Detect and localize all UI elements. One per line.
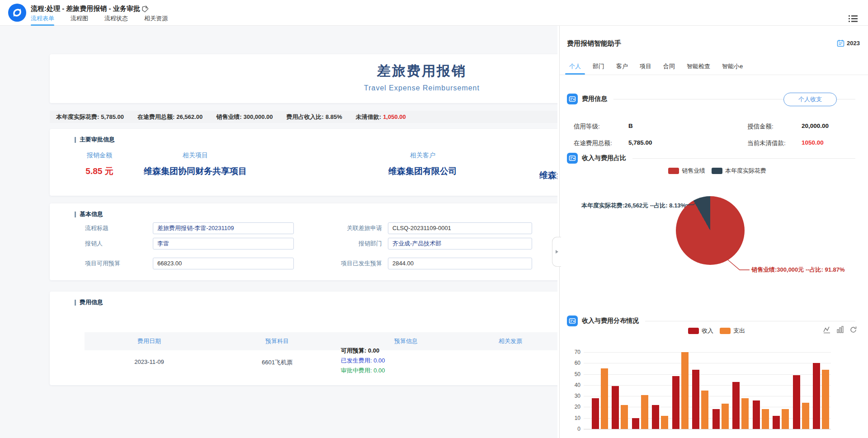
stats-bar: 本年度实际花费:5,785.00在途费用总额:26,562.00销售业绩:300… xyxy=(50,111,557,123)
stat-value: 1,050.00 xyxy=(383,113,406,120)
y-axis-tick: 0 xyxy=(567,426,580,432)
approval-item-2: 相关项目维森集团协同财务共享项目 xyxy=(144,151,247,177)
card-badge-icon xyxy=(567,316,578,326)
legend-label: 支出 xyxy=(733,327,745,335)
refresh-icon[interactable] xyxy=(849,326,857,334)
approval-label: 相关项目 xyxy=(144,151,247,160)
expense-table-header: 费用日期预算科目预算信息相关发票 xyxy=(85,332,557,350)
bar-收入-9 xyxy=(753,400,760,429)
field-input-项目已发生预算[interactable]: 2844.00 xyxy=(388,258,532,269)
header-tab-1[interactable]: 流程表单 xyxy=(31,14,54,26)
assistant-tab-3[interactable]: 客户 xyxy=(610,59,634,75)
approval-item-1: 报销金额5.85 元 xyxy=(85,151,113,177)
field-label: 项目已发生预算 xyxy=(314,258,382,269)
bar-支出-6 xyxy=(701,391,708,429)
pie-annotation-sales: 销售业绩:300,000元 --占比: 91.87% xyxy=(751,266,845,274)
field-label: 报销人 xyxy=(85,238,103,250)
legend-swatch-销售业绩[interactable] xyxy=(668,168,679,174)
assistant-tab-4[interactable]: 项目 xyxy=(634,59,657,75)
section-title-approval: 主要审批信息 xyxy=(75,136,115,144)
stat-item-2: 在途费用总额:26,562.00 xyxy=(137,113,203,121)
chart-toolbox xyxy=(823,326,857,334)
budget-info-line-1: 可用预算: 0.00 xyxy=(341,347,379,355)
stat-item-4: 费用占收入比:8.85% xyxy=(287,113,342,121)
field-label: 项目可用预算 xyxy=(85,258,120,269)
bar-支出-7 xyxy=(722,404,729,429)
line-chart-icon[interactable] xyxy=(823,326,831,334)
grid-line xyxy=(584,374,831,375)
bar-chart-icon[interactable] xyxy=(836,326,844,334)
grid-line xyxy=(584,352,831,353)
bar-支出-10 xyxy=(782,409,789,429)
table-header-费用日期: 费用日期 xyxy=(137,332,161,350)
field-input-报销人[interactable]: 李雷 xyxy=(153,238,294,250)
panel-collapse-handle[interactable] xyxy=(552,237,561,267)
legend-swatch-本年度实际花费[interactable] xyxy=(712,168,722,174)
legend-label: 收入 xyxy=(702,327,713,335)
legend-swatch-支出[interactable] xyxy=(720,328,731,334)
top-bar: 流程:处理 - 差旅费用报销 - 业务审批 流程表单流程图流程状态相关资源 xyxy=(0,0,868,26)
field-label: 流程标题 xyxy=(85,222,108,234)
header-tab-4[interactable]: 相关资源 xyxy=(144,14,168,26)
legend-label: 本年度实际花费 xyxy=(725,167,766,175)
legend-swatch-收入[interactable] xyxy=(688,328,699,334)
panel-kv-value: B xyxy=(628,122,633,129)
bar-收入-10 xyxy=(773,416,780,429)
bar-收入-12 xyxy=(813,363,820,429)
approval-value: 5.85 元 xyxy=(85,165,113,177)
tag-icon[interactable] xyxy=(141,5,149,15)
field-label: 报销部门 xyxy=(314,238,382,250)
approval-value[interactable]: 维森集团有限公司 xyxy=(388,165,457,177)
approval-label: 相关客户 xyxy=(388,151,457,160)
y-axis-tick: 50 xyxy=(567,371,580,377)
panel-section-title: 收入与费用分布情况 xyxy=(582,317,639,325)
approval-clipped-value: 维森集 xyxy=(539,170,557,181)
assistant-tab-2[interactable]: 部门 xyxy=(587,59,610,75)
grid-line xyxy=(584,363,831,363)
personal-balance-button[interactable]: 个人收支 xyxy=(783,93,837,106)
field-input-流程标题[interactable]: 差旅费用报销-李雷-20231109 xyxy=(153,222,294,234)
header-tab-3[interactable]: 流程状态 xyxy=(104,14,128,26)
assistant-tab-1[interactable]: 个人 xyxy=(563,59,587,75)
bar-收入-4 xyxy=(652,405,659,429)
header-tab-2[interactable]: 流程图 xyxy=(71,14,88,26)
field-input-报销部门[interactable]: 齐业成-产品技术部 xyxy=(388,238,532,250)
stat-value: 8.85% xyxy=(326,113,342,120)
chevron-right-icon xyxy=(556,250,558,254)
bar-收入-11 xyxy=(793,375,800,429)
bar-收入-8 xyxy=(732,382,740,429)
approval-info-card: 主要审批信息 报销金额5.85 元相关项目维森集团协同财务共享项目相关客户维森集… xyxy=(50,129,557,196)
year-selector[interactable]: 2023 xyxy=(837,39,860,47)
field-input-关联差旅申请[interactable]: CLSQ-20231109-0001 xyxy=(388,222,532,234)
approval-item-3: 相关客户维森集团有限公司 xyxy=(388,151,457,177)
bar-收入-1 xyxy=(592,398,599,429)
panel-kv-label: 信用等级: xyxy=(574,122,600,131)
y-axis-tick: 30 xyxy=(567,393,580,399)
bar-legend: 收入支出 xyxy=(596,327,831,335)
stat-item-3: 销售业绩:300,000.00 xyxy=(216,113,273,121)
table-header-预算科目: 预算科目 xyxy=(265,332,289,350)
y-axis-tick: 60 xyxy=(567,360,580,366)
bar-收入-2 xyxy=(612,386,619,429)
stat-label: 费用占收入比: xyxy=(287,113,324,120)
assistant-tab-7[interactable]: 智能小e xyxy=(716,59,749,75)
field-input-项目可用预算[interactable]: 66823.00 xyxy=(153,258,294,269)
approval-value[interactable]: 维森集团协同财务共享项目 xyxy=(144,165,247,177)
panel-kv-label: 授信金额: xyxy=(747,122,774,131)
legend-label: 销售业绩 xyxy=(682,167,705,175)
sync-arrows-icon xyxy=(8,4,26,22)
assistant-panel: 费用报销智能助手 2023 个人部门客户项目合同智能检查智能小e 费用信息 个人… xyxy=(559,26,868,438)
divider xyxy=(645,321,855,321)
panel-kv-value: 20,000.00 xyxy=(802,122,829,129)
list-menu-icon[interactable] xyxy=(848,14,858,24)
assistant-tab-5[interactable]: 合同 xyxy=(657,59,681,75)
bar-支出-8 xyxy=(741,398,749,429)
stat-label: 本年度实际花费: xyxy=(56,113,99,120)
pie-annotation-expense: 本年度实际花费:26,562元 --占比: 8.13% xyxy=(581,202,686,210)
card-badge-icon xyxy=(567,153,578,164)
page-title: 流程:处理 - 差旅费用报销 - 业务审批 xyxy=(31,5,140,13)
bar-支出-1 xyxy=(601,368,608,429)
assistant-tab-6[interactable]: 智能检查 xyxy=(681,59,716,75)
stat-item-1: 本年度实际花费:5,785.00 xyxy=(56,113,124,121)
cell-budget-subject: 6601飞机票 xyxy=(262,358,292,367)
